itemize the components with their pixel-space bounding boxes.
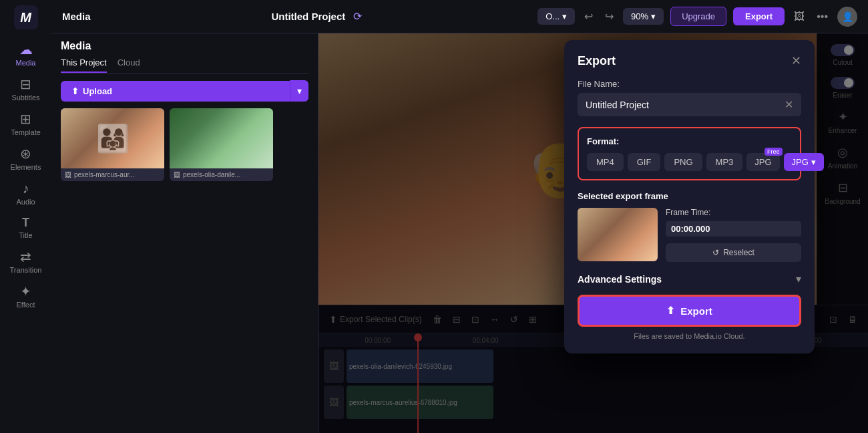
jpg-chevron: ▾: [811, 157, 816, 167]
redo-button[interactable]: ↪: [602, 7, 616, 25]
media-thumb-1: 👨‍👩‍👧: [61, 108, 164, 168]
sidebar-item-elements[interactable]: ⊛ Elements: [0, 142, 51, 176]
export-modal-button[interactable]: ⬆ Export: [578, 295, 801, 327]
media-panel-title: Media: [61, 40, 308, 52]
modal-title: Export: [578, 54, 616, 68]
file-name-clear-button[interactable]: ✕: [785, 98, 793, 111]
modal-close-button[interactable]: ✕: [791, 53, 801, 68]
elements-icon: ⊛: [20, 147, 31, 160]
modal-overlay: Export ✕ File Name: ✕ Format: MP4 GIF PN: [318, 33, 868, 433]
list-item[interactable]: 🖼 pexels-olia-danile...: [170, 108, 273, 181]
zoom-label: 90%: [631, 11, 648, 21]
media-tabs: This Project Cloud: [61, 57, 308, 74]
topbar-right: O... ▾ ↩ ↪ 90% ▾ Upgrade Export 🖼 ••• 👤: [537, 7, 857, 27]
format-options: MP4 GIF PNG MP3 Free JPG JPG ▾: [587, 153, 792, 171]
media-item-name-2: 🖼 pexels-olia-danile...: [170, 168, 273, 181]
reselect-icon: ↺: [712, 248, 719, 257]
frame-section: Selected export frame Frame Time: 00:00.…: [578, 191, 801, 262]
mode-label: O...: [546, 11, 560, 21]
content-row: Media This Project Cloud ⬆ Upload ▾ 👨‍👩: [51, 33, 868, 433]
mode-dropdown[interactable]: O... ▾: [537, 8, 575, 25]
screenshot-button[interactable]: 🖼: [791, 8, 807, 25]
sidebar-item-subtitles[interactable]: ⊟ Subtitles: [0, 72, 51, 107]
advanced-settings-label: Advanced Settings: [578, 274, 662, 285]
dropdown-arrow: ▾: [562, 11, 567, 21]
sidebar-item-effect[interactable]: ✦ Effect: [0, 279, 51, 314]
advanced-chevron-icon: ▾: [796, 273, 801, 285]
project-title: Untitled Project: [271, 11, 345, 22]
frame-content: Frame Time: 00:00.000 ↺ Reselect: [578, 208, 801, 262]
sidebar-item-template[interactable]: ⊞ Template: [0, 107, 51, 142]
media-thumb-2: [170, 108, 273, 168]
format-section: Format: MP4 GIF PNG MP3 Free JPG JPG: [578, 127, 801, 180]
upload-label: Upload: [83, 86, 112, 96]
advanced-settings-section[interactable]: Advanced Settings ▾: [578, 273, 801, 285]
format-mp3-button[interactable]: MP3: [706, 153, 743, 171]
reselect-label: Reselect: [723, 248, 754, 257]
jpg-select[interactable]: JPG ▾: [784, 153, 824, 171]
top-bar: Media Untitled Project ⟳ O... ▾ ↩ ↪ 90% …: [51, 0, 868, 33]
zoom-arrow: ▾: [651, 11, 656, 21]
media-icon: ☁: [19, 43, 33, 56]
left-sidebar: M ☁ Media ⊟ Subtitles ⊞ Template ⊛ Eleme…: [0, 0, 51, 433]
media-icon-2: 🖼: [174, 171, 180, 178]
frame-info: Frame Time: 00:00.000 ↺ Reselect: [666, 208, 801, 262]
zoom-control[interactable]: 90% ▾: [623, 8, 664, 25]
media-grid: 👨‍👩‍👧 🖼 pexels-marcus-aur... 🖼 pexels: [51, 108, 318, 181]
sidebar-item-media[interactable]: ☁ Media: [0, 37, 51, 72]
user-avatar[interactable]: 👤: [837, 7, 857, 27]
sidebar-item-transition-label: Transition: [10, 266, 42, 274]
main-content: Media Untitled Project ⟳ O... ▾ ↩ ↪ 90% …: [51, 0, 868, 433]
tab-this-project[interactable]: This Project: [61, 57, 107, 73]
reselect-button[interactable]: ↺ Reselect: [666, 243, 801, 262]
transition-icon: ⇄: [20, 250, 31, 263]
upload-button[interactable]: ⬆ Upload: [61, 81, 290, 102]
export-modal-cloud-icon: ⬆: [666, 305, 675, 317]
subtitles-icon: ⊟: [20, 78, 31, 91]
file-name-input[interactable]: [586, 100, 779, 110]
media-item-name-1: 🖼 pexels-marcus-aur...: [61, 168, 164, 181]
jpg-label: JPG: [792, 157, 809, 167]
tab-cloud[interactable]: Cloud: [118, 57, 140, 73]
media-panel: Media This Project Cloud ⬆ Upload ▾ 👨‍👩: [51, 33, 318, 433]
file-name-label: File Name:: [578, 79, 801, 89]
more-options-button[interactable]: •••: [814, 8, 831, 25]
export-modal: Export ✕ File Name: ✕ Format: MP4 GIF PN: [564, 40, 815, 353]
audio-icon: ♪: [23, 182, 29, 195]
sidebar-item-effect-label: Effect: [17, 301, 35, 309]
logo-text: M: [20, 10, 31, 25]
sidebar-item-audio-label: Audio: [16, 198, 35, 206]
format-jpg-button[interactable]: Free JPG: [746, 153, 779, 171]
topbar-center: Untitled Project ⟳: [104, 10, 530, 23]
format-png-button[interactable]: PNG: [664, 153, 702, 171]
cloud-sync-button[interactable]: ⟳: [353, 10, 362, 23]
export-top-label: Export: [745, 11, 773, 21]
template-icon: ⊞: [20, 112, 31, 126]
list-item[interactable]: 👨‍👩‍👧 🖼 pexels-marcus-aur...: [61, 108, 164, 181]
thumb-preview-2: [170, 108, 273, 168]
cloud-save-text: Files are saved to Media.io Cloud.: [578, 332, 801, 340]
sidebar-item-audio[interactable]: ♪ Audio: [0, 176, 51, 211]
frame-time-label: Frame Time:: [666, 208, 801, 217]
format-gif-button[interactable]: GIF: [628, 153, 661, 171]
sidebar-item-media-label: Media: [16, 59, 36, 67]
sidebar-item-title[interactable]: T Title: [0, 211, 51, 245]
frame-thumb-image: [578, 208, 658, 261]
frame-time-value: 00:00.000: [666, 221, 801, 237]
upload-icon: ⬆: [71, 86, 79, 96]
title-icon: T: [22, 216, 29, 229]
sidebar-item-transition[interactable]: ⇄ Transition: [0, 245, 51, 279]
upload-dropdown-button[interactable]: ▾: [290, 80, 308, 102]
effect-icon: ✦: [20, 285, 31, 298]
thumb-preview-1: 👨‍👩‍👧: [61, 108, 164, 168]
format-mp4-button[interactable]: MP4: [587, 153, 624, 171]
free-badge: Free: [765, 148, 783, 156]
sidebar-item-title-label: Title: [19, 231, 32, 239]
media-title: Media: [62, 11, 91, 22]
upgrade-button[interactable]: Upgrade: [670, 7, 726, 26]
export-top-button[interactable]: Export: [733, 7, 785, 25]
undo-button[interactable]: ↩: [582, 7, 596, 25]
modal-header: Export ✕: [578, 53, 801, 68]
sidebar-item-template-label: Template: [11, 128, 41, 136]
file-name-input-row: ✕: [578, 93, 801, 116]
